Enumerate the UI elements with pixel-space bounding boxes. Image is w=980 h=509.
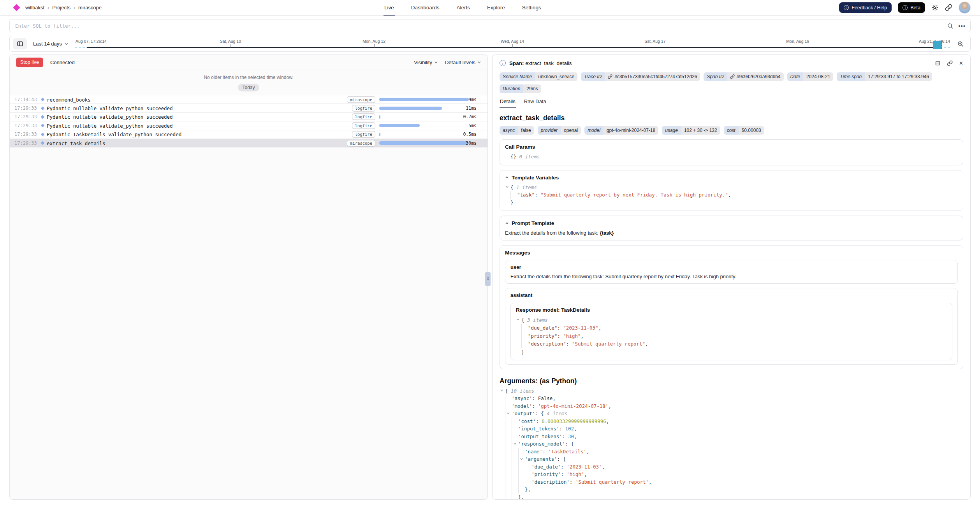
span-row[interactable]: 17:29:33extract_task_detailsmirascope30m… [10, 139, 487, 147]
tab-settings[interactable]: Settings [521, 0, 542, 16]
expand-chevron-icon[interactable] [500, 389, 503, 392]
code-line: "due_date": "2023-11-03", [521, 324, 947, 332]
beta-button[interactable]: i Beta [898, 2, 925, 13]
prompt-template-title: Prompt Template [512, 220, 554, 226]
tab-details[interactable]: Details [500, 98, 516, 108]
span-diamond-icon [41, 98, 45, 102]
expand-chevron-icon[interactable] [516, 318, 520, 321]
share-link-icon[interactable] [945, 4, 952, 11]
badge-date: Date2024-08-21 [787, 72, 834, 81]
sidebar-toggle-icon[interactable] [13, 38, 27, 49]
indent-guide [505, 478, 512, 486]
more-options-icon[interactable]: ••• [958, 23, 966, 29]
expand-chevron-icon[interactable] [505, 185, 509, 189]
tab-explore[interactable]: Explore [486, 0, 506, 16]
breadcrumb-separator: › [74, 5, 75, 11]
expand-chevron-icon[interactable] [513, 442, 517, 446]
duration-label: 11ms [466, 105, 477, 111]
time-range-select[interactable]: Last 14 days [33, 41, 69, 47]
visibility-dropdown[interactable]: Visibility [414, 60, 438, 65]
span-diamond-icon [41, 141, 45, 145]
service-tag[interactable]: mirascope [347, 140, 375, 146]
link-icon[interactable] [608, 74, 612, 79]
call-params-title: Call Params [505, 144, 958, 150]
search-icon[interactable] [947, 23, 954, 29]
span-timestamp: 17:29:33 [14, 140, 37, 146]
service-tag[interactable]: logfire [352, 114, 375, 120]
panel-resize-handle[interactable]: ⠿ [485, 272, 491, 286]
badge-label: Trace ID [581, 72, 605, 81]
indent-guide [518, 478, 525, 486]
timeline-tick-mark [655, 44, 655, 47]
messages-card: Messages user Extract the details from t… [500, 245, 963, 369]
tab-alerts[interactable]: Alerts [456, 0, 471, 16]
indent-guide [518, 486, 525, 493]
default-levels-dropdown[interactable]: Default levels [445, 60, 481, 65]
code-line: 'output_tokens': 30, [505, 433, 963, 441]
time-range-label: Last 14 days [33, 41, 62, 47]
collapse-caret-icon[interactable] [505, 176, 509, 179]
span-timestamp: 17:29:33 [14, 132, 37, 137]
span-rows: 17:14:43recommend_booksmirascope9ms17:29… [10, 95, 487, 147]
close-icon[interactable]: ✕ [959, 61, 963, 66]
dock-panel-icon[interactable] [935, 60, 941, 66]
expand-chevron-icon[interactable] [520, 457, 523, 461]
service-tag[interactable]: logfire [352, 122, 375, 129]
indent-guide [510, 191, 517, 199]
breadcrumb-item[interactable]: mirascope [78, 5, 102, 11]
duration-label: 5ms [468, 123, 477, 128]
service-tag[interactable]: logfire [352, 131, 375, 138]
duration-bar-track [379, 124, 469, 127]
stop-live-button[interactable]: Stop live [16, 58, 43, 67]
code-line: 'response_model': { [505, 440, 963, 448]
duration-bar-track [379, 98, 469, 101]
duration-bar [379, 141, 469, 145]
code-line: 'output': { 4 items [505, 410, 963, 418]
collapse-caret-icon[interactable] [505, 221, 509, 225]
theme-toggle-icon[interactable] [931, 4, 939, 11]
tab-raw-data[interactable]: Raw Data [524, 98, 547, 108]
tab-dashboards[interactable]: Dashboards [410, 0, 440, 16]
badge-duration: Duration29ms [500, 84, 541, 93]
user-avatar[interactable] [959, 2, 971, 14]
span-row[interactable]: 17:29:33Pydantic nullable validate_pytho… [10, 112, 487, 121]
badge-value: 29ms [523, 84, 541, 93]
indent-guide [512, 455, 518, 463]
feedback-help-button[interactable]: ? Feedback / Help [839, 2, 892, 13]
code-line: 'name': 'TaskDetails', [505, 448, 963, 456]
tab-live[interactable]: Live [384, 0, 395, 16]
span-info-icon: i [500, 60, 506, 66]
code-line: { 10 items [505, 387, 963, 395]
expand-chevron-icon[interactable] [507, 412, 510, 415]
chevron-down-icon [64, 42, 69, 46]
duration-bar [379, 115, 380, 119]
copy-link-icon[interactable] [947, 60, 953, 66]
user-message-card: user Extract the details from the follow… [505, 260, 958, 284]
code-line: 'input_tokens': 102, [505, 425, 963, 433]
link-icon[interactable] [730, 74, 735, 79]
service-tag[interactable]: logfire [352, 105, 375, 112]
timeline-tick-label: Mon, Aug 19 [786, 39, 809, 44]
breadcrumb-item[interactable]: Projects [52, 5, 70, 11]
chevron-down-icon [434, 60, 438, 64]
timeline-live-selection[interactable] [933, 41, 941, 49]
timeline-track[interactable]: Aug 07, 17:26:14Sat, Aug 10Mon, Aug 12We… [75, 36, 950, 51]
timeline-zoom-icon[interactable] [954, 38, 967, 50]
span-row[interactable]: 17:29:33Pydantic nullable validate_pytho… [10, 121, 487, 130]
timeline-bar: Last 14 days Aug 07, 17:26:14Sat, Aug 10… [9, 36, 971, 52]
indent-guide [505, 486, 512, 493]
indent-guide [505, 455, 512, 463]
breadcrumb-item[interactable]: willbakst [25, 5, 44, 11]
indent-guide [505, 493, 512, 500]
indent-guide [505, 463, 512, 471]
duration-bar-track [379, 107, 469, 110]
empty-window-message: No older items in the selected time wind… [10, 75, 487, 80]
span-row[interactable]: 17:29:33Pydantic TaskDetails validate_py… [10, 130, 487, 139]
badge-label: usage [662, 126, 681, 135]
service-tag[interactable]: mirascope [347, 96, 375, 103]
span-row[interactable]: 17:14:43recommend_booksmirascope9ms [10, 95, 487, 104]
sql-filter-input[interactable] [14, 23, 942, 29]
span-detail-panel: i Span: extract_task_details ✕ Service N… [492, 54, 971, 500]
span-row[interactable]: 17:29:33Pydantic nullable validate_pytho… [10, 104, 487, 112]
badge-usage: usage102 + 30 -> 132 [662, 126, 720, 135]
